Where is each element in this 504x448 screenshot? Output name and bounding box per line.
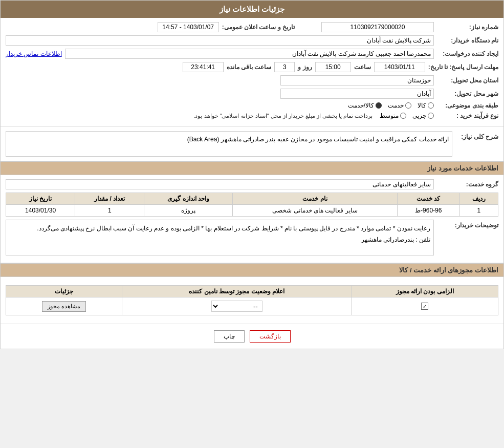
print-button[interactable]: چاپ	[214, 330, 245, 343]
category-khedmat[interactable]: خدمت	[388, 102, 411, 109]
perm-col-details: جزئیات	[6, 286, 122, 297]
city-label: شهر محل تحویل:	[437, 90, 498, 97]
radio-kala	[428, 102, 434, 109]
category-label: طبقه بندی موضوعی:	[437, 102, 498, 109]
creator-label: ایجاد کننده درخواست:	[437, 50, 498, 57]
col-row: ردیف	[459, 193, 498, 205]
need-number-value: 1103092179000020	[321, 22, 434, 32]
permissions-section-title: اطلاعات مجوزهای ارائه خدمت / کالا	[1, 263, 503, 277]
perm-col-status: اعلام وضعیت مجوز توسط نامین کننده	[122, 286, 352, 297]
deadline-label: مهلت ارسال پاسخ: تا تاریخ:	[428, 63, 498, 71]
deadline-days: 3	[274, 62, 295, 72]
deadline-days-label: روز و	[298, 63, 312, 71]
description-value: ارائه خدمات کمکی مراقبت و امنیت تاسیسات …	[6, 131, 452, 157]
radio-khedmat	[405, 102, 411, 109]
province-label: استان محل تحویل:	[437, 77, 498, 84]
announce-date-label: تاریخ و ساعت اعلان عمومی:	[222, 24, 295, 31]
col-name: نام خدمت	[233, 193, 398, 205]
deadline-date: 1403/01/11	[374, 62, 425, 72]
deadline-remaining: 23:41:41	[183, 62, 224, 72]
buyer-name-label: نام دستگاه خریدار:	[437, 37, 498, 44]
service-group-value: سایر فعالیتهای خدماتی	[6, 179, 434, 189]
purchase-type-options: جزیی متوسط	[380, 112, 434, 119]
cell-qty: 1	[75, 205, 144, 217]
creator-value: محمدرضا احمد جعیبی کارمند شرکت پالایش نف…	[65, 49, 434, 59]
deadline-time: 15:00	[315, 62, 351, 72]
col-qty: تعداد / مقدار	[75, 193, 144, 205]
col-code: کد خدمت	[397, 193, 459, 205]
cell-unit: پروژه	[144, 205, 233, 217]
need-number-label: شماره نیاز:	[437, 24, 498, 31]
services-section-title: اطلاعات خدمات مورد نیاز	[1, 161, 503, 175]
contact-link[interactable]: اطلاعات تماس خریدار	[6, 50, 62, 57]
perm-col-required: الزامی بودن ارائه مجوز	[352, 286, 498, 297]
purchase-type-label: نوع فرآیند خرید :	[437, 112, 498, 119]
buyer-notes: رعایت نمودن * تمامی موارد * مندرج در فای…	[6, 220, 434, 255]
table-row: 1 960-96-ط سایر فعالیت های خدماتی شخصی پ…	[6, 205, 498, 217]
view-permission-button[interactable]: مشاهده مجوز	[42, 301, 86, 312]
status-select[interactable]: --	[211, 301, 262, 312]
perm-required-cell	[352, 297, 498, 315]
required-checkbox	[421, 303, 428, 310]
back-button[interactable]: بازگشت	[250, 330, 291, 343]
radio-kala-khedmat	[376, 102, 382, 109]
announce-date-value: 1403/01/07 - 14:57	[158, 22, 219, 32]
permissions-table: الزامی بودن ارائه مجوز اعلام وضعیت مجوز …	[6, 285, 498, 315]
purchase-type-note: پرداخت تمام یا بخشی از مبلغ خریدار از مح…	[193, 113, 372, 119]
radio-jozi	[428, 113, 434, 119]
category-options: کالا خدمت کالا/خدمت	[348, 102, 434, 109]
col-unit: واحد اندازه گیری	[144, 193, 233, 205]
radio-motavasset	[400, 113, 406, 119]
category-kala[interactable]: کالا	[418, 102, 434, 109]
deadline-remaining-label: ساعت باقی مانده	[227, 63, 272, 71]
perm-row: -- مشاهده مجوز	[6, 297, 498, 315]
buyer-notes-label: توضیحات خریدار:	[437, 220, 498, 229]
buyer-name-value: شرکت پالایش نفت آبادان	[6, 35, 434, 46]
page-header: جزئیات اطلاعات نیاز	[1, 1, 503, 18]
purchase-motavasset[interactable]: متوسط	[380, 112, 406, 119]
category-kala-khedmat[interactable]: کالا/خدمت	[348, 102, 382, 109]
cell-code: 960-96-ط	[397, 205, 459, 217]
purchase-jozi[interactable]: جزیی	[412, 112, 434, 119]
cell-date: 1403/01/30	[6, 205, 75, 217]
city-value: آبادان	[280, 89, 434, 99]
perm-details-cell[interactable]: مشاهده مجوز	[6, 297, 122, 315]
province-value: خوزستان	[280, 75, 434, 86]
col-date: تاریخ نیاز	[6, 193, 75, 205]
service-group-label: گروه خدمت:	[437, 181, 498, 188]
deadline-time-label: ساعت	[354, 63, 371, 71]
cell-row: 1	[459, 205, 498, 217]
page-title: جزئیات اطلاعات نیاز	[220, 5, 284, 13]
perm-status-cell[interactable]: --	[122, 297, 352, 315]
services-table: ردیف کد خدمت نام خدمت واحد اندازه گیری ت…	[6, 193, 498, 217]
description-label: شرح کلی نیاز:	[457, 131, 498, 140]
cell-name: سایر فعالیت های خدماتی شخصی	[233, 205, 398, 217]
footer-buttons: بازگشت چاپ	[1, 324, 503, 349]
